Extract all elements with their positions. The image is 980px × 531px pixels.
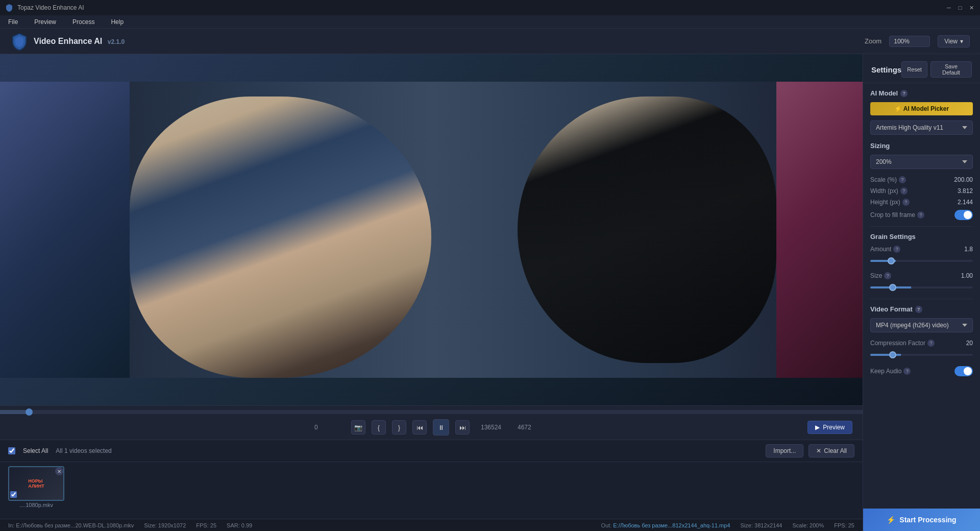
height-value: 2.144 (958, 199, 973, 206)
menu-file[interactable]: File (5, 17, 21, 27)
video-format-section-label: Video Format ? (870, 305, 973, 313)
window-controls: ─ □ ✕ (945, 4, 975, 11)
close-button[interactable]: ✕ (968, 4, 975, 11)
scale-row: Scale (%) ? 200.00 (870, 176, 973, 183)
compression-label: Compression Factor ? (870, 340, 950, 347)
video-format-select[interactable]: MP4 (mpeg4 (h264) video) MOV (ProRes) MK… (870, 318, 973, 332)
keep-audio-row: Keep Audio ? (870, 366, 973, 376)
maximize-button[interactable]: □ (957, 4, 964, 11)
height-help-icon[interactable]: ? (902, 199, 910, 206)
crop-toggle[interactable] (954, 210, 973, 220)
step-forward-button[interactable]: ⏭ (455, 420, 470, 435)
selection-info: All 1 videos selected (56, 447, 111, 454)
title-bar-left: Topaz Video Enhance AI (5, 4, 84, 12)
menu-help[interactable]: Help (108, 17, 127, 27)
menu-process[interactable]: Process (69, 17, 97, 27)
minimize-button[interactable]: ─ (945, 4, 952, 11)
keep-audio-toggle[interactable] (954, 366, 973, 376)
import-button[interactable]: Import... (766, 444, 803, 457)
title-bar: Topaz Video Enhance AI ─ □ ✕ (0, 0, 980, 15)
compression-slider[interactable] (870, 354, 973, 356)
zoom-select[interactable]: 100% 50% 150% 200% (889, 36, 930, 47)
file-checkbox[interactable] (10, 491, 17, 498)
amount-help-icon[interactable]: ? (893, 246, 900, 253)
video-format-help-icon[interactable]: ? (915, 306, 922, 313)
start-processing-button[interactable]: ⚡ Start Processing (863, 509, 980, 531)
settings-title: Settings (871, 65, 901, 74)
compression-value: 20 (955, 340, 973, 347)
main-header: Video Enhance AI v2.1.0 Zoom 100% 50% 15… (0, 29, 980, 54)
size-slider-container: Size ? 1.00 (870, 272, 973, 293)
scrubber-thumb[interactable] (26, 408, 33, 416)
mark-in-button[interactable]: { (372, 420, 386, 435)
video-bg-right (776, 82, 863, 378)
scale-label: Scale (%) ? (870, 176, 906, 183)
settings-content: AI Model ? ⚡ AI Model Picker Artemis Hig… (863, 83, 980, 509)
ai-model-help-icon[interactable]: ? (900, 90, 908, 97)
compression-help-icon[interactable]: ? (927, 340, 935, 347)
width-help-icon[interactable]: ? (900, 187, 908, 195)
reset-button[interactable]: Reset (901, 61, 927, 78)
ai-model-section-label: AI Model ? (870, 89, 973, 97)
file-list: НОРЫАЛИНТ ✕ ....1080p.mkv (0, 462, 863, 512)
app-title-group: Video Enhance AI v2.1.0 (34, 37, 125, 46)
clear-all-button[interactable]: ✕ Clear All (808, 444, 854, 457)
ai-model-picker-button[interactable]: ⚡ AI Model Picker (870, 102, 973, 115)
file-delete-button[interactable]: ✕ (55, 467, 63, 475)
ai-model-select[interactable]: Artemis High Quality v11 Artemis Low Qua… (870, 120, 973, 135)
size-row: Size ? 1.00 (870, 272, 973, 279)
screenshot-button[interactable]: 📷 (351, 420, 365, 435)
video-placeholder (0, 82, 863, 378)
output-path-link[interactable]: Е:/Любовь без разме...812х2144_ahq-11.mp… (613, 522, 730, 528)
select-all-label[interactable]: Select All (23, 447, 48, 454)
menu-bar: File Preview Process Help (0, 15, 980, 29)
divider-2 (870, 299, 973, 299)
app-version: v2.1.0 (108, 38, 125, 45)
scrubber-bar[interactable] (0, 410, 863, 414)
status-fps: FPS: 25 (196, 522, 216, 528)
pause-button[interactable]: ⏸ (433, 419, 449, 436)
scale-help-icon[interactable]: ? (899, 176, 906, 183)
select-all-checkbox[interactable] (8, 447, 15, 454)
settings-actions: Reset Save Default (901, 61, 972, 78)
size-label: Size ? (870, 272, 950, 279)
bottom-panel: Select All All 1 videos selected Import.… (0, 440, 863, 519)
amount-slider[interactable] (870, 260, 973, 262)
content-area: 0 📷 { } ⏮ ⏸ ⏭ 136524 4672 ▶ Preview (0, 54, 980, 531)
frame-total: 136524 (476, 424, 506, 431)
mark-out-button[interactable]: } (392, 420, 406, 435)
settings-header: Settings Reset Save Default (863, 54, 980, 83)
width-label: Width (px) ? (870, 187, 908, 195)
sizing-select[interactable]: 200% 100% 150% 400% Custom (870, 155, 973, 169)
status-sar: SAR: 0.99 (227, 522, 252, 528)
amount-value: 1.8 (955, 246, 973, 253)
crop-help-icon[interactable]: ? (917, 211, 924, 219)
timeline-area: 0 📷 { } ⏮ ⏸ ⏭ 136524 4672 ▶ Preview (0, 405, 863, 440)
app-icon (5, 4, 13, 12)
frame-current: 4672 (518, 424, 548, 431)
height-row: Height (px) ? 2.144 (870, 199, 973, 206)
selection-bar: Select All All 1 videos selected Import.… (0, 440, 863, 462)
size-value: 1.00 (955, 272, 973, 279)
width-value: 3.812 (958, 187, 973, 195)
video-preview[interactable] (0, 54, 863, 405)
video-area: 0 📷 { } ⏮ ⏸ ⏭ 136524 4672 ▶ Preview (0, 54, 863, 531)
title-text: Topaz Video Enhance AI (17, 4, 84, 11)
menu-preview[interactable]: Preview (31, 17, 59, 27)
crop-label: Crop to fill frame ? (870, 211, 924, 219)
divider-1 (870, 226, 973, 227)
step-back-button[interactable]: ⏮ (412, 420, 427, 435)
app-title: Video Enhance AI v2.1.0 (34, 37, 125, 45)
size-slider[interactable] (870, 286, 973, 288)
scrubber-progress (0, 410, 29, 414)
save-default-button[interactable]: Save Default (930, 61, 972, 78)
preview-button[interactable]: ▶ Preview (807, 421, 852, 434)
keep-audio-help-icon[interactable]: ? (903, 368, 911, 375)
list-item[interactable]: НОРЫАЛИНТ ✕ ....1080p.mkv (8, 466, 64, 508)
video-figure-left (130, 96, 432, 378)
size-help-icon[interactable]: ? (884, 272, 891, 279)
view-button[interactable]: View ▾ (938, 35, 970, 47)
status-input: In: Е:/Любовь без разме...20.WEB-DL.1080… (8, 522, 134, 528)
crop-toggle-thumb (964, 211, 972, 219)
status-bar: In: Е:/Любовь без разме...20.WEB-DL.1080… (0, 519, 863, 531)
